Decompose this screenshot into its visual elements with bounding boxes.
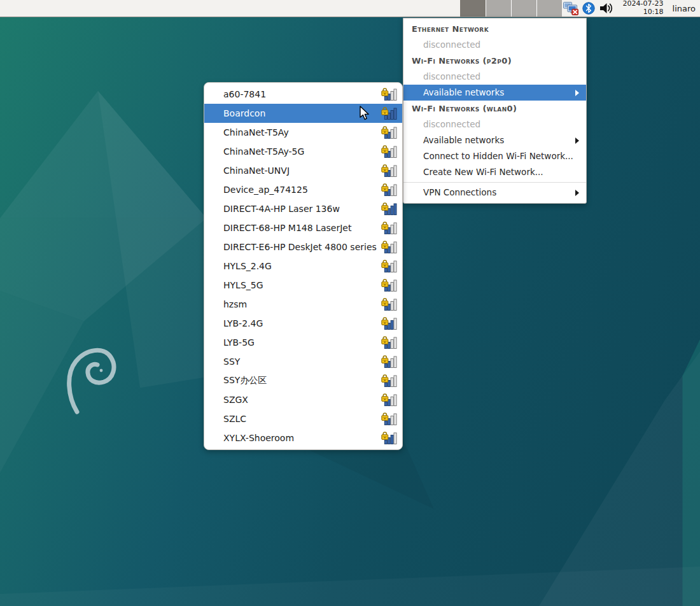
- menu-separator: [403, 182, 586, 183]
- submenu-arrow-icon: [575, 90, 579, 96]
- debian-swirl-logo: [64, 344, 118, 418]
- wifi-signal-lock-icon: [381, 239, 397, 255]
- wifi-network-item[interactable]: DIRECT-4A-HP Laser 136w: [204, 199, 402, 218]
- wifi-network-name: SZLC: [223, 414, 381, 424]
- wifi-network-item[interactable]: a60-7841: [204, 85, 402, 104]
- clock-date: 2024-07-23: [623, 0, 664, 8]
- menu-item-disabled: disconnected: [403, 37, 586, 53]
- wifi-network-name: DIRECT-4A-HP Laser 136w: [223, 204, 381, 214]
- wifi-signal-lock-icon: [381, 163, 397, 178]
- wifi-network-item[interactable]: HYLS_5G: [204, 276, 402, 295]
- clock-time: 10:18: [643, 8, 664, 16]
- wifi-network-item[interactable]: SSY办公区: [204, 371, 402, 390]
- wifi-signal-lock-icon: [381, 220, 397, 236]
- menu-section-header: Ethernet Network: [403, 21, 586, 37]
- menu-section-header: Wi-Fi Networks (wlan0): [403, 101, 586, 116]
- wifi-network-item[interactable]: DIRECT-68-HP M148 LaserJet: [204, 218, 402, 237]
- menu-item-available-networks[interactable]: Available networks: [403, 85, 586, 101]
- wifi-network-item[interactable]: DIRECT-E6-HP DeskJet 4800 series: [204, 237, 402, 257]
- submenu-arrow-icon: [575, 137, 579, 144]
- wifi-network-name: SZGX: [223, 395, 381, 405]
- wifi-signal-lock-icon: [381, 335, 397, 350]
- wifi-network-name: DIRECT-E6-HP DeskJet 4800 series: [223, 242, 381, 252]
- menu-item-create-new-wi-fi-network[interactable]: Create New Wi-Fi Network...: [403, 164, 586, 180]
- wifi-signal-lock-icon: [381, 316, 397, 331]
- wifi-signal-lock-icon: [381, 392, 397, 407]
- username-label: linaro: [673, 4, 696, 13]
- wifi-network-name: LYB-2.4G: [223, 318, 381, 328]
- clock[interactable]: 2024-07-23 10:18: [623, 0, 664, 16]
- wifi-signal-lock-icon: [381, 182, 397, 197]
- bluetooth-icon[interactable]: [582, 2, 595, 15]
- wifi-network-item[interactable]: XYLX-Shoeroom: [204, 428, 402, 447]
- workspace-4[interactable]: [536, 0, 562, 17]
- wifi-signal-lock-icon: [381, 87, 397, 102]
- menu-item-vpn-connections[interactable]: VPN Connections: [403, 185, 586, 201]
- workspace-1[interactable]: [460, 0, 486, 17]
- wifi-network-item[interactable]: hzsm: [204, 295, 402, 314]
- wifi-network-name: DIRECT-68-HP M148 LaserJet: [223, 223, 381, 233]
- wifi-network-name: hzsm: [223, 299, 381, 309]
- workspace-pager[interactable]: [460, 0, 562, 17]
- wifi-network-item[interactable]: Boardcon: [204, 104, 402, 123]
- wifi-network-name: HYLS_5G: [223, 280, 381, 290]
- wifi-network-item[interactable]: SZLC: [204, 409, 402, 428]
- menu-item-disabled: disconnected: [403, 116, 586, 132]
- wifi-signal-lock-icon: [381, 125, 397, 140]
- wifi-network-name: Device_ap_474125: [223, 185, 381, 195]
- wifi-signal-lock-icon: [381, 430, 397, 446]
- wifi-network-name: XYLX-Shoeroom: [223, 433, 381, 443]
- volume-icon[interactable]: [599, 2, 614, 15]
- wifi-network-name: SSY: [223, 356, 381, 367]
- wifi-network-name: HYLS_2.4G: [223, 261, 381, 271]
- wifi-network-item[interactable]: LYB-2.4G: [204, 314, 402, 333]
- wifi-network-item[interactable]: ChinaNet-UNVJ: [204, 161, 402, 180]
- system-tray: 2024-07-23 10:18 linaro: [563, 0, 700, 17]
- menu-item-available-networks[interactable]: Available networks: [403, 132, 586, 148]
- workspace-3[interactable]: [511, 0, 536, 17]
- wifi-signal-lock-icon: [381, 144, 397, 159]
- wifi-signal-lock-icon: [381, 297, 397, 312]
- wifi-signal-lock-icon: [381, 106, 397, 121]
- wifi-signal-lock-icon: [381, 373, 397, 388]
- wifi-network-item[interactable]: SZGX: [204, 390, 402, 409]
- wifi-signal-lock-icon: [381, 278, 397, 293]
- wifi-network-name: SSY办公区: [223, 375, 381, 386]
- workspace-2[interactable]: [486, 0, 511, 17]
- wifi-network-item[interactable]: ChinaNet-T5Ay-5G: [204, 142, 402, 161]
- wifi-network-item[interactable]: Device_ap_474125: [204, 180, 402, 199]
- wifi-network-name: ChinaNet-T5Ay-5G: [223, 146, 381, 157]
- wifi-signal-lock-icon: [381, 354, 397, 369]
- wifi-network-item[interactable]: HYLS_2.4G: [204, 257, 402, 276]
- wifi-signal-lock-icon: [381, 201, 397, 216]
- menu-item-connect-to-hidden-wi-fi-network[interactable]: Connect to Hidden Wi-Fi Network...: [403, 148, 586, 164]
- wifi-network-name: Boardcon: [223, 108, 381, 118]
- available-networks-submenu: a60-7841 Boardcon ChinaNet-T5Ay ChinaNet…: [204, 82, 403, 450]
- wifi-signal-lock-icon: [381, 258, 397, 274]
- network-manager-menu: Ethernet NetworkdisconnectedWi-Fi Networ…: [403, 18, 587, 204]
- wifi-signal-lock-icon: [381, 411, 397, 426]
- wifi-network-name: LYB-5G: [223, 337, 381, 348]
- wifi-network-item[interactable]: SSY: [204, 352, 402, 371]
- network-offline-icon[interactable]: [563, 1, 579, 15]
- menu-item-disabled: disconnected: [403, 69, 586, 85]
- submenu-arrow-icon: [575, 190, 579, 196]
- wifi-network-item[interactable]: LYB-5G: [204, 333, 402, 352]
- wifi-network-name: ChinaNet-UNVJ: [223, 166, 381, 176]
- wifi-network-name: a60-7841: [223, 89, 381, 99]
- menu-section-header: Wi-Fi Networks (p2p0): [403, 53, 586, 69]
- wifi-network-name: ChinaNet-T5Ay: [223, 127, 381, 137]
- wifi-network-item[interactable]: ChinaNet-T5Ay: [204, 123, 402, 142]
- top-panel: 2024-07-23 10:18 linaro: [0, 0, 700, 17]
